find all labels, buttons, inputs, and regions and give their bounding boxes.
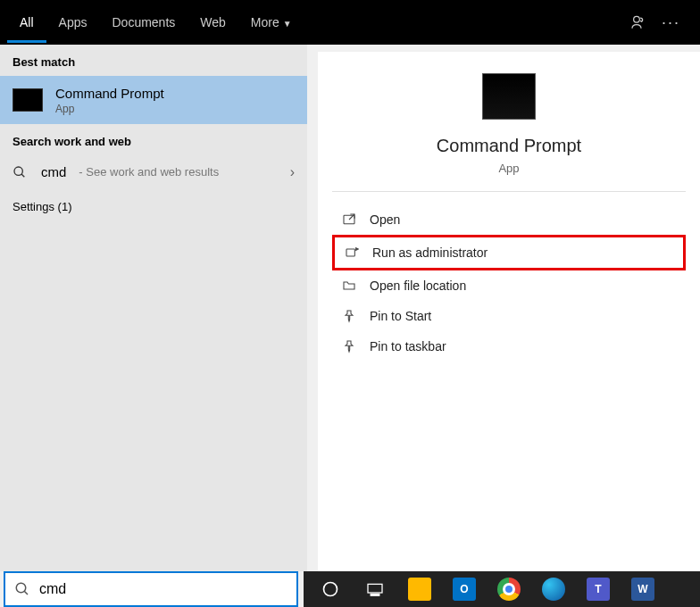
more-options-icon[interactable]: ··· — [662, 13, 680, 32]
search-icon — [12, 165, 29, 179]
open-icon — [341, 212, 357, 228]
preview-app-icon — [482, 73, 536, 120]
svg-line-2 — [21, 174, 24, 177]
settings-group[interactable]: Settings (1) — [0, 189, 307, 224]
pin-icon — [341, 338, 357, 354]
svg-point-0 — [634, 16, 640, 22]
svg-point-1 — [14, 167, 22, 175]
taskbar-word[interactable]: W — [623, 574, 662, 604]
taskbar-file-explorer[interactable] — [400, 574, 439, 604]
svg-rect-8 — [368, 584, 382, 593]
pin-icon — [341, 308, 357, 324]
taskbar: O T W — [304, 571, 700, 607]
svg-line-6 — [24, 591, 28, 595]
chevron-right-icon: › — [290, 164, 295, 180]
feedback-icon[interactable] — [628, 13, 646, 31]
task-view-button[interactable] — [355, 574, 395, 604]
results-panel: Best match Command Prompt App Search wor… — [0, 45, 307, 571]
word-icon: W — [631, 578, 654, 601]
preview-panel: Command Prompt App Open Run as administr… — [318, 52, 700, 571]
action-open-file-location[interactable]: Open file location — [332, 270, 686, 301]
tab-documents[interactable]: Documents — [99, 3, 188, 43]
search-work-web-header: Search work and web — [0, 124, 307, 155]
folder-icon — [341, 278, 357, 294]
svg-point-5 — [16, 583, 26, 593]
admin-shield-icon — [344, 245, 360, 261]
edge-icon — [542, 578, 565, 601]
action-label: Pin to taskbar — [370, 339, 446, 353]
web-hint: - See work and web results — [79, 165, 219, 179]
tab-apps[interactable]: Apps — [46, 3, 100, 43]
svg-rect-9 — [371, 595, 379, 596]
action-label: Pin to Start — [370, 309, 431, 323]
svg-rect-4 — [346, 249, 354, 256]
search-input[interactable] — [39, 581, 288, 597]
action-pin-to-taskbar[interactable]: Pin to taskbar — [332, 331, 686, 362]
taskbar-outlook[interactable]: O — [445, 574, 484, 604]
action-label: Run as administrator — [372, 245, 488, 260]
chrome-icon — [497, 578, 521, 601]
action-pin-to-start[interactable]: Pin to Start — [332, 301, 686, 331]
preview-subtitle: App — [498, 162, 519, 175]
tab-web[interactable]: Web — [188, 3, 238, 43]
web-query: cmd — [41, 164, 66, 179]
chevron-down-icon: ▼ — [283, 19, 292, 29]
outlook-icon: O — [453, 578, 476, 601]
result-command-prompt[interactable]: Command Prompt App — [0, 76, 307, 124]
folder-icon — [408, 578, 431, 601]
result-title: Command Prompt — [55, 85, 164, 103]
teams-icon: T — [587, 578, 610, 601]
taskbar-chrome[interactable] — [489, 574, 529, 604]
result-subtitle: App — [55, 103, 164, 115]
action-label: Open — [370, 212, 400, 227]
command-prompt-icon — [12, 88, 43, 112]
search-tabs: All Apps Documents Web More▼ ··· — [0, 0, 700, 45]
search-bar[interactable] — [4, 571, 298, 607]
preview-title: Command Prompt — [437, 136, 581, 156]
tab-more[interactable]: More▼ — [238, 3, 304, 43]
action-run-as-administrator[interactable]: Run as administrator — [332, 235, 686, 270]
web-result-cmd[interactable]: cmd - See work and web results › — [0, 155, 307, 189]
search-icon — [14, 581, 30, 597]
best-match-header: Best match — [0, 45, 307, 76]
taskbar-edge[interactable] — [534, 574, 573, 604]
tab-all[interactable]: All — [7, 3, 46, 43]
svg-point-7 — [324, 583, 338, 596]
action-open[interactable]: Open — [332, 204, 686, 235]
cortana-button[interactable] — [311, 574, 350, 604]
action-label: Open file location — [370, 279, 466, 293]
taskbar-teams[interactable]: T — [579, 574, 618, 604]
